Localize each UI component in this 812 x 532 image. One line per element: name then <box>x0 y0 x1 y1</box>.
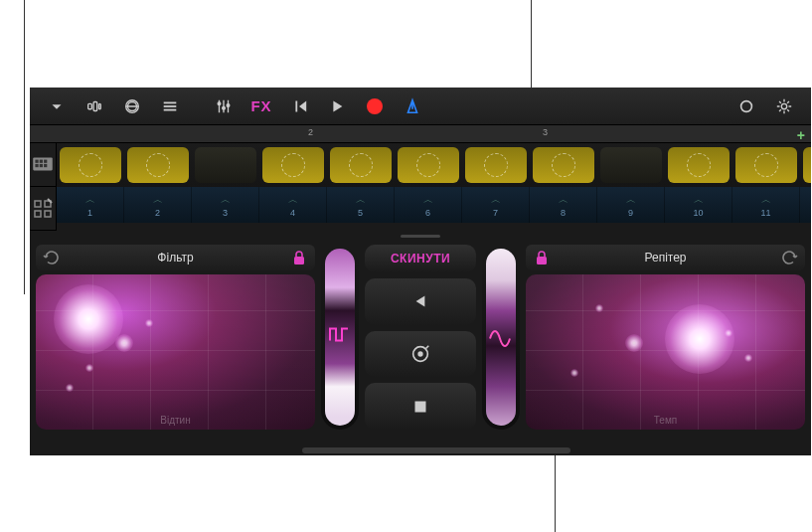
column-trigger[interactable]: ︿4 <box>259 187 327 223</box>
repeater-title: Репітер <box>558 251 773 265</box>
loop-cell[interactable] <box>465 147 527 183</box>
repeater-x-label: Темп <box>654 415 677 426</box>
column-trigger[interactable]: ︿10 <box>665 187 732 223</box>
timeline-ruler[interactable]: 2 3 + <box>30 125 811 143</box>
svg-rect-23 <box>294 257 304 265</box>
svg-rect-21 <box>35 211 41 217</box>
svg-point-9 <box>227 103 230 106</box>
column-trigger[interactable]: ︿1 <box>57 187 124 223</box>
svg-rect-13 <box>35 159 38 162</box>
xy-cursor <box>54 284 123 354</box>
svg-rect-18 <box>44 163 47 166</box>
list-view-button[interactable] <box>155 93 185 119</box>
square-wave-icon <box>329 326 351 349</box>
metronome-button[interactable] <box>398 93 427 119</box>
xy-trail-dot <box>725 329 732 337</box>
xy-trail-dot <box>85 364 93 372</box>
svg-rect-26 <box>415 401 426 412</box>
loop-cell[interactable] <box>803 147 811 183</box>
browser-button[interactable] <box>80 93 109 119</box>
filter-title: Фільтр <box>68 251 283 265</box>
app-window: FX 2 3 + <box>30 88 811 455</box>
cycle-left-icon[interactable] <box>42 248 62 267</box>
filter-xy-pad[interactable]: Резонанс Відтин <box>36 274 315 430</box>
remix-fx-panel: Фільтр Резонанс Відтин <box>30 241 811 438</box>
column-trigger[interactable]: ︿8 <box>530 187 597 223</box>
add-section-button[interactable]: + <box>797 127 805 143</box>
chevron-up-icon: ︿ <box>761 193 771 207</box>
column-number: 6 <box>425 208 430 218</box>
column-number: 5 <box>358 208 363 218</box>
menu-dropdown-button[interactable] <box>42 93 72 119</box>
column-trigger[interactable]: ︿11 <box>732 187 800 223</box>
svg-rect-27 <box>537 257 547 265</box>
browser-icon-button[interactable] <box>117 93 147 119</box>
svg-rect-4 <box>164 101 177 103</box>
repeater-xy-pad[interactable]: Мікс Темп <box>526 274 805 430</box>
loop-cell-empty[interactable] <box>195 147 256 183</box>
track-headers <box>30 143 57 231</box>
panel-resize-handle[interactable] <box>30 231 811 241</box>
scratch-button[interactable] <box>365 331 476 378</box>
column-trigger[interactable]: ︿7 <box>462 187 530 223</box>
transport-buttons: СКИНУТИ <box>365 245 476 430</box>
downsampler-slider[interactable] <box>482 245 520 430</box>
column-trigger[interactable]: ︿5 <box>327 187 395 223</box>
column-number: 7 <box>493 208 498 218</box>
record-button[interactable] <box>360 93 390 119</box>
gater-slider[interactable] <box>321 245 359 430</box>
svg-rect-17 <box>40 163 43 166</box>
callout-line-left <box>24 0 25 294</box>
loop-cell[interactable] <box>262 147 324 183</box>
loop-cell[interactable] <box>330 147 392 183</box>
mixer-button[interactable] <box>209 93 239 119</box>
loop-cell[interactable] <box>668 147 730 183</box>
svg-rect-1 <box>93 101 97 110</box>
column-number: 1 <box>87 208 92 218</box>
settings-button[interactable] <box>769 93 799 119</box>
loop-cell[interactable] <box>60 147 121 183</box>
loop-button[interactable] <box>731 93 761 119</box>
svg-rect-0 <box>88 103 92 108</box>
chevron-up-icon: ︿ <box>153 193 163 207</box>
xy-trail-dot <box>115 334 133 352</box>
column-number: 11 <box>760 208 770 218</box>
track-header-instrument[interactable] <box>30 143 56 187</box>
column-trigger[interactable]: ︿3 <box>192 187 259 223</box>
loop-cell[interactable] <box>735 147 797 183</box>
svg-rect-6 <box>164 108 177 110</box>
live-loops-grid: ︿1 ︿2 ︿3 ︿4 ︿5 ︿6 ︿7 ︿8 ︿9 ︿10 ︿11 <box>30 143 811 231</box>
sine-wave-icon <box>489 329 513 352</box>
filter-header: Фільтр <box>36 245 315 270</box>
chevron-up-icon: ︿ <box>423 193 433 207</box>
column-trigger[interactable]: ︿9 <box>597 187 665 223</box>
fx-button[interactable]: FX <box>246 93 276 119</box>
svg-rect-2 <box>99 103 101 108</box>
column-trigger[interactable]: ︿2 <box>124 187 192 223</box>
lock-icon[interactable] <box>289 248 309 267</box>
cell-row <box>57 143 811 187</box>
center-controls: СКИНУТИ <box>321 245 520 430</box>
chevron-up-icon: ︿ <box>356 193 366 207</box>
svg-rect-5 <box>164 105 177 107</box>
go-to-start-button[interactable] <box>284 93 314 119</box>
svg-rect-15 <box>44 159 47 162</box>
stop-button[interactable] <box>365 383 476 430</box>
cycle-right-icon[interactable] <box>779 248 799 267</box>
loop-cell[interactable] <box>127 147 189 183</box>
reset-button[interactable]: СКИНУТИ <box>365 245 476 272</box>
play-button[interactable] <box>322 93 352 119</box>
ruler-mark: 3 <box>543 127 548 137</box>
column-trigger[interactable]: ︿6 <box>395 187 462 223</box>
horizontal-scrollbar[interactable] <box>302 447 570 453</box>
lock-icon[interactable] <box>532 248 552 267</box>
loop-cell[interactable] <box>533 147 594 183</box>
loop-cell-empty[interactable] <box>600 147 662 183</box>
loop-cell[interactable] <box>398 147 459 183</box>
record-icon <box>367 98 383 114</box>
svg-rect-16 <box>35 163 38 166</box>
ruler-mark: 2 <box>308 127 313 137</box>
column-number: 4 <box>290 208 295 218</box>
track-header-fx[interactable] <box>30 187 56 231</box>
reverse-button[interactable] <box>365 278 476 325</box>
